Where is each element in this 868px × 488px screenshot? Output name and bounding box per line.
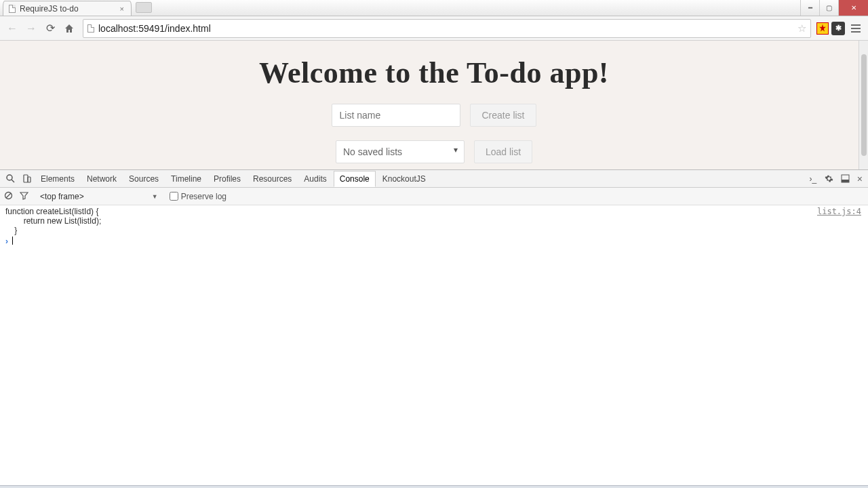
url-input[interactable] — [98, 23, 797, 34]
saved-lists-select[interactable]: No saved lists — [336, 140, 465, 163]
svg-rect-2 — [24, 175, 28, 182]
dock-side-icon[interactable] — [838, 172, 853, 186]
tab-timeline[interactable]: Timeline — [165, 171, 207, 186]
load-row: No saved lists Load list — [0, 140, 868, 163]
svg-rect-3 — [28, 177, 31, 182]
page-icon — [87, 24, 94, 33]
execution-context-select[interactable]: <top frame> ▼ — [35, 190, 163, 203]
drawer-toggle-icon[interactable]: ›_ — [806, 172, 821, 186]
page-content: Welcome to the To-do app! Create list No… — [0, 41, 868, 163]
console-message: function createList(listId) { return new… — [5, 207, 863, 235]
preserve-log-toggle[interactable]: Preserve log — [170, 192, 226, 201]
page-heading: Welcome to the To-do app! — [0, 56, 868, 90]
console-prompt[interactable]: › — [5, 237, 863, 246]
taskbar-edge — [0, 485, 868, 488]
svg-line-1 — [12, 180, 14, 182]
console-source-link[interactable]: list.js:4 — [817, 207, 861, 216]
devtools-close-icon[interactable]: × — [854, 174, 865, 184]
page-viewport: Welcome to the To-do app! Create list No… — [0, 41, 868, 169]
tab-sources[interactable]: Sources — [123, 171, 164, 186]
extension-icon[interactable]: ✱ — [831, 22, 845, 35]
preserve-log-checkbox[interactable] — [170, 192, 178, 201]
inspect-icon[interactable] — [3, 172, 18, 186]
window-titlebar: RequireJS to-do × ━ ▢ ✕ — [0, 0, 868, 16]
prompt-caret-icon: › — [5, 237, 8, 246]
tab-console[interactable]: Console — [334, 171, 376, 187]
console-code: function createList(listId) { return new… — [5, 207, 863, 235]
tab-knockoutjs[interactable]: KnockoutJS — [377, 171, 431, 186]
devtools-panel: Elements Network Sources Timeline Profil… — [0, 169, 868, 485]
text-cursor — [12, 237, 13, 245]
preserve-log-label: Preserve log — [181, 192, 226, 201]
home-button[interactable] — [61, 20, 77, 37]
console-toolbar: <top frame> ▼ Preserve log — [0, 188, 868, 205]
close-icon[interactable]: × — [119, 5, 125, 13]
browser-toolbar: ← → ⟳ ☆ ✱ — [0, 16, 868, 41]
window-controls: ━ ▢ ✕ — [800, 0, 868, 16]
hamburger-icon — [851, 24, 861, 33]
clear-console-icon[interactable] — [4, 191, 13, 202]
svg-rect-5 — [842, 180, 849, 182]
device-mode-icon[interactable] — [19, 172, 34, 186]
filter-icon[interactable] — [20, 191, 28, 202]
bookmark-star-icon[interactable]: ☆ — [797, 22, 806, 35]
back-button[interactable]: ← — [4, 20, 20, 37]
scrollbar[interactable] — [859, 41, 868, 169]
load-list-button[interactable]: Load list — [474, 140, 532, 163]
menu-button[interactable] — [848, 20, 864, 37]
chevron-down-icon: ▼ — [152, 193, 158, 200]
reload-button[interactable]: ⟳ — [42, 20, 58, 37]
maximize-button[interactable]: ▢ — [819, 0, 838, 16]
frame-label: <top frame> — [40, 192, 84, 201]
browser-tab-title: RequireJS to-do — [20, 4, 119, 14]
list-name-input[interactable] — [332, 104, 460, 127]
tab-profiles[interactable]: Profiles — [208, 171, 246, 186]
minimize-button[interactable]: ━ — [800, 0, 819, 16]
svg-point-0 — [7, 175, 12, 180]
create-list-button[interactable]: Create list — [470, 104, 536, 127]
browser-tab[interactable]: RequireJS to-do × — [3, 1, 132, 16]
address-bar[interactable]: ☆ — [83, 19, 811, 38]
settings-gear-icon[interactable] — [822, 172, 837, 186]
console-output[interactable]: function createList(listId) { return new… — [0, 205, 868, 485]
forward-button[interactable]: → — [23, 20, 39, 37]
tab-audits[interactable]: Audits — [298, 171, 332, 186]
extension-flag-icon[interactable] — [816, 22, 829, 35]
create-row: Create list — [0, 104, 868, 127]
tab-elements[interactable]: Elements — [35, 171, 80, 186]
page-icon — [9, 5, 16, 13]
close-window-button[interactable]: ✕ — [838, 0, 868, 16]
devtools-tabbar: Elements Network Sources Timeline Profil… — [0, 170, 868, 188]
browser-tab-strip: RequireJS to-do × — [0, 0, 800, 16]
new-tab-button[interactable] — [136, 2, 152, 13]
tab-resources[interactable]: Resources — [248, 171, 297, 186]
tab-network[interactable]: Network — [81, 171, 122, 186]
svg-line-7 — [6, 193, 11, 198]
